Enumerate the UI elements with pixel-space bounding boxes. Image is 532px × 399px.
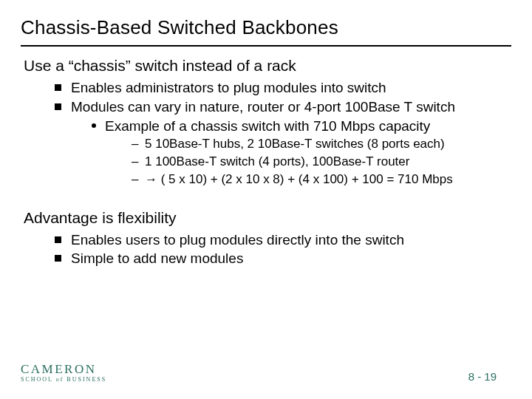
sub-bullet-list: Example of a chassis switch with 710 Mbp… (71, 117, 511, 188)
title-rule (21, 45, 511, 47)
list-item: Enables users to plug modules directly i… (55, 231, 511, 249)
list-item: Modules can vary in nature, router or 4-… (55, 98, 511, 188)
list-item-text: Example of a chassis switch with 710 Mbp… (105, 118, 430, 134)
slide: Chassis-Based Switched Backbones Use a “… (0, 0, 532, 399)
page-number: 8 - 19 (468, 370, 497, 383)
list-item: Simple to add new modules (55, 250, 511, 267)
list-item: Enables administrators to plug modules i… (55, 79, 511, 97)
bullet-list-2: Enables users to plug modules directly i… (21, 231, 511, 268)
bullet-list-1: Enables administrators to plug modules i… (21, 79, 511, 188)
logo-subtitle: SCHOOL of BUSINESS (21, 377, 106, 383)
list-item: 5 10Base-T hubs, 2 10Base-T switches (8 … (132, 136, 511, 152)
list-item: 1 100Base-T switch (4 ports), 100Base-T … (132, 154, 511, 170)
logo: CAMERON SCHOOL of BUSINESS (21, 363, 106, 383)
section-heading-2: Advantage is flexibility (24, 209, 511, 227)
section-heading-1: Use a “chassis” switch instead of a rack (24, 57, 511, 75)
dash-list: 5 10Base-T hubs, 2 10Base-T switches (8 … (105, 136, 511, 188)
list-item: Example of a chassis switch with 710 Mbp… (92, 117, 511, 188)
logo-name: CAMERON (21, 363, 106, 375)
list-item: → ( 5 x 10) + (2 x 10 x 8) + (4 x 100) +… (132, 171, 511, 188)
slide-title: Chassis-Based Switched Backbones (21, 16, 511, 39)
list-item-text: Modules can vary in nature, router or 4-… (71, 99, 455, 115)
